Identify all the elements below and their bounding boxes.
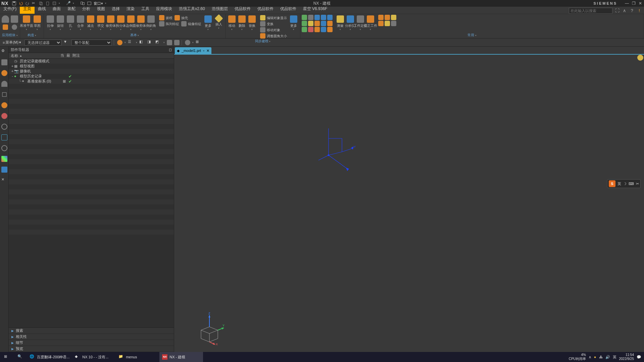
undo-icon[interactable] [18, 1, 23, 6]
settings-icon[interactable]: ⚙ [1, 49, 7, 55]
reuse-library-icon[interactable] [1, 92, 7, 98]
assembly-button[interactable] [1, 24, 10, 30]
navigator-panel[interactable]: ▶细节 [9, 340, 174, 346]
close-button[interactable]: ✕ [638, 1, 643, 6]
gear-button[interactable] [10, 24, 19, 30]
tool-icon[interactable] [327, 21, 333, 26]
navigator-panel[interactable]: ▶搜索 [9, 328, 174, 334]
dropdown-icon[interactable]: ▾ [59, 2, 60, 5]
sel-box-icon[interactable] [174, 40, 180, 45]
tool-icon[interactable] [314, 15, 320, 20]
pin-icon[interactable]: ◻ [169, 48, 172, 52]
tool-icon[interactable] [378, 21, 384, 26]
alert-icon[interactable]: ! [637, 8, 642, 13]
redo-icon[interactable] [25, 1, 30, 6]
ribbon-button[interactable]: 工件定位▾ [355, 15, 365, 31]
ribbon-button[interactable]: 替换▾ [247, 15, 257, 31]
save-icon[interactable] [12, 1, 16, 6]
ribbon-button[interactable]: 摆正工件▾ [365, 15, 376, 31]
ribbon-button[interactable]: 阵列特征 [158, 21, 180, 27]
selection-scope-dropdown[interactable]: 整个装配 [71, 40, 112, 46]
tool-icon[interactable] [308, 21, 313, 26]
tool-icon[interactable] [314, 21, 320, 26]
onedrive-icon[interactable]: ● [594, 355, 596, 359]
roles-icon[interactable] [1, 167, 7, 173]
ribbon-button[interactable]: 拔模 [158, 15, 174, 21]
bulb-icon[interactable] [637, 55, 643, 61]
notifications-icon[interactable]: 💬 [637, 355, 641, 359]
mic-icon[interactable]: 🎤 [66, 1, 71, 6]
palette-icon[interactable] [1, 156, 7, 162]
tool-icon[interactable] [327, 27, 333, 32]
tool-icon[interactable] [302, 21, 307, 26]
ribbon-button[interactable]: 边倒圆▾ [126, 15, 136, 31]
window-icon[interactable] [80, 1, 85, 6]
filter-icon[interactable]: ▼ [63, 40, 69, 46]
cut-icon[interactable]: ✂ [32, 1, 37, 6]
clock-icon[interactable] [1, 145, 7, 151]
close-tab-icon[interactable]: ✕ [206, 49, 209, 53]
taskbar-item[interactable]: 🌐百度翻译-200种语... [27, 352, 72, 362]
tree-row[interactable]: └✦基准坐标系 (0)⊞✔ [9, 79, 174, 84]
more-button[interactable]: 更多▾ [203, 15, 213, 31]
collapse-ribbon-icon[interactable]: ∧ [622, 8, 627, 13]
ribbon-button[interactable]: 基准平面▾ [21, 15, 32, 31]
wcs-icon[interactable]: ⊞ [196, 40, 202, 46]
insert-button[interactable]: 插入▾ [214, 15, 224, 29]
browser-icon[interactable] [1, 113, 7, 119]
maximize-button[interactable]: ❐ [631, 1, 636, 6]
tool-icon[interactable] [321, 21, 326, 26]
tool-icon[interactable] [391, 21, 396, 26]
tray-chevron-icon[interactable]: ∧ [589, 355, 591, 359]
fullscreen-icon[interactable]: ⛶ [614, 8, 620, 13]
ime-scissors-icon[interactable]: ✂ [636, 182, 639, 186]
tool-icon[interactable] [314, 27, 320, 32]
ribbon-button[interactable]: 减去▾ [86, 15, 96, 31]
tool-icon[interactable] [391, 15, 396, 20]
ribbon-button[interactable]: 求交▾ [96, 15, 106, 31]
ribbon-button[interactable]: 旋转▾ [55, 15, 65, 31]
taskbar-item[interactable]: NXNX - 建模 [159, 352, 203, 362]
part-navigator-icon[interactable] [1, 59, 7, 65]
minimize-button[interactable]: — [625, 1, 629, 6]
tool-icon[interactable] [308, 15, 313, 20]
tree-row[interactable]: -●模型历史记录✔ [9, 74, 174, 79]
cpu-widget[interactable]: 4% CPU利用率 [569, 353, 586, 361]
sel-sphere-icon[interactable] [185, 40, 190, 45]
new-button[interactable] [10, 15, 19, 23]
ribbon-button[interactable]: 合并▾ [76, 15, 86, 31]
copy-icon[interactable] [39, 1, 43, 6]
clock[interactable]: 11:54 2022/9/25 [619, 353, 634, 361]
selection-filter-dropdown[interactable]: 无选择过滤器 [24, 40, 61, 46]
constraint-navigator-icon[interactable] [1, 81, 7, 87]
menu-button[interactable]: ≡ 菜单(M) ▾ [1, 39, 22, 46]
tool-icon[interactable] [308, 27, 313, 32]
assembly-navigator-icon[interactable] [1, 70, 7, 76]
help-icon[interactable]: ? [629, 8, 635, 13]
taskbar-item[interactable]: 🔍 [13, 352, 27, 362]
history-icon[interactable] [1, 124, 7, 130]
dropdown-icon[interactable]: ▾ [73, 2, 74, 5]
graphics-viewport[interactable]: Y Z Y X [174, 54, 644, 352]
tool-icon[interactable] [321, 27, 326, 32]
ribbon-button[interactable]: 修剪体▾ [136, 15, 146, 31]
tool-icon[interactable] [321, 15, 326, 20]
tool-icon[interactable] [327, 15, 333, 20]
sel-tool-icon[interactable]: ◩ [155, 40, 161, 46]
ribbon-button[interactable]: 分析(L)▾ [345, 15, 355, 31]
ribbon-button[interactable]: 移动▾ [227, 15, 237, 31]
tool-icon[interactable] [378, 15, 384, 20]
ribbon-button[interactable]: 镜像特征 [180, 21, 202, 27]
tile-icon[interactable] [87, 1, 92, 6]
sel-tool-icon[interactable] [117, 40, 122, 45]
taskbar-item[interactable]: ⊞ [0, 352, 13, 362]
ribbon-button[interactable]: 删除▾ [237, 15, 247, 31]
ime-keyboard-icon[interactable]: ⌨ [629, 182, 634, 186]
ribbon-button[interactable]: 拉伸▾ [45, 15, 55, 31]
paste-icon[interactable] [45, 1, 50, 6]
taskbar-item[interactable]: 📁menus [116, 352, 159, 362]
ribbon-button[interactable]: 移动对象 [259, 27, 288, 33]
more-button[interactable]: 更多▾ [289, 15, 299, 31]
navigator-panel[interactable]: ▶预览 [9, 346, 174, 352]
tool-icon[interactable] [302, 27, 307, 32]
